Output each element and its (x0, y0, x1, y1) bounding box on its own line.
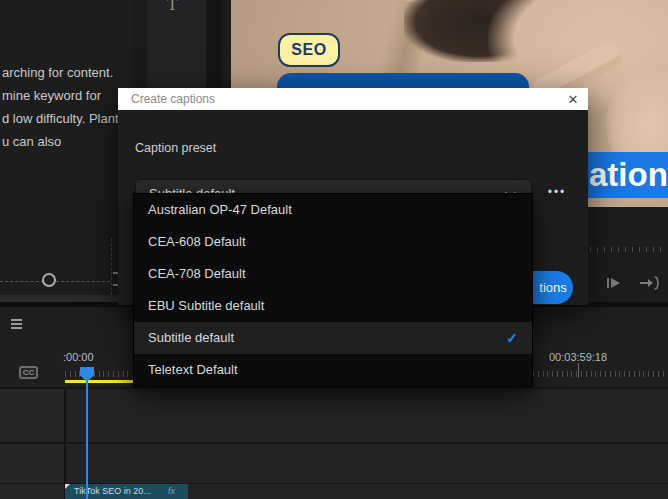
step-forward-icon[interactable] (605, 276, 625, 292)
ruler-ticks[interactable] (533, 371, 668, 379)
transcript-text: arching for content. mine keyword for d … (2, 61, 133, 153)
preset-option[interactable]: CEA-608 Default (134, 226, 532, 258)
preset-option-label: EBU Subtitle default (148, 290, 532, 322)
ruler-end-timecode: 00:03:59:18 (549, 351, 607, 363)
ruler-major-tick (578, 363, 579, 378)
scrubber-knob[interactable] (42, 273, 56, 287)
caption-work-bar (65, 380, 134, 383)
checkmark-icon: ✓ (506, 322, 532, 354)
create-captions-button[interactable]: tions (533, 271, 573, 304)
preset-option-label: Australian OP-47 Default (148, 194, 532, 226)
timeline-clip[interactable]: TikTok SEO in 20... fx (65, 484, 188, 499)
caption-preset-label: Caption preset (135, 141, 216, 155)
transcript-line: mine keyword for (2, 84, 133, 107)
ruler-ticks[interactable] (65, 371, 133, 379)
preset-option[interactable]: CEA-708 Default (134, 258, 532, 290)
preset-option-selected[interactable]: Subtitle default ✓ (134, 322, 532, 354)
preset-option-label: Subtitle default (148, 322, 506, 354)
track-separator (0, 442, 668, 444)
preset-option[interactable]: Teletext Default (134, 354, 532, 386)
extract-icon[interactable] (639, 276, 659, 292)
timeline-tracks: TikTok SEO in 20... fx (0, 387, 668, 499)
more-options-button[interactable]: ••• (542, 182, 572, 202)
premiere-workspace: arching for content. mine keyword for d … (0, 0, 668, 499)
transcript-line: arching for content. (2, 61, 133, 84)
preset-option-label: CEA-608 Default (148, 226, 532, 258)
track-separator (0, 387, 668, 389)
preset-option[interactable]: Australian OP-47 Default (134, 194, 532, 226)
close-icon[interactable]: ✕ (558, 92, 588, 107)
transcript-line: u can also (2, 130, 133, 153)
preset-dropdown-list: Australian OP-47 Default CEA-608 Default… (133, 193, 533, 387)
preset-option[interactable]: EBU Subtitle default (134, 290, 532, 322)
dialog-titlebar[interactable]: Create captions ✕ (118, 88, 588, 110)
cc-track-badge[interactable]: CC (19, 366, 38, 379)
preset-option-label: CEA-708 Default (148, 258, 532, 290)
timeline-menu-icon[interactable] (11, 319, 22, 331)
dialog-title: Create captions (118, 92, 558, 106)
playhead-line[interactable] (86, 380, 88, 499)
clip-corner-fold (65, 484, 70, 489)
seo-graphic-badge: SEO (278, 33, 340, 67)
ruler-start-timecode: :00:00 (63, 351, 94, 363)
preset-option-label: Teletext Default (148, 354, 532, 386)
video-frame-edge (222, 0, 231, 92)
transcript-panel: arching for content. mine keyword for d … (0, 0, 133, 296)
fx-badge: fx (168, 484, 175, 499)
type-tool-icon[interactable]: T (167, 0, 178, 14)
transcript-line: d low difficulty. Plant (2, 107, 133, 130)
panel-divider (111, 238, 112, 300)
monitor-mini-ruler[interactable] (590, 247, 668, 253)
